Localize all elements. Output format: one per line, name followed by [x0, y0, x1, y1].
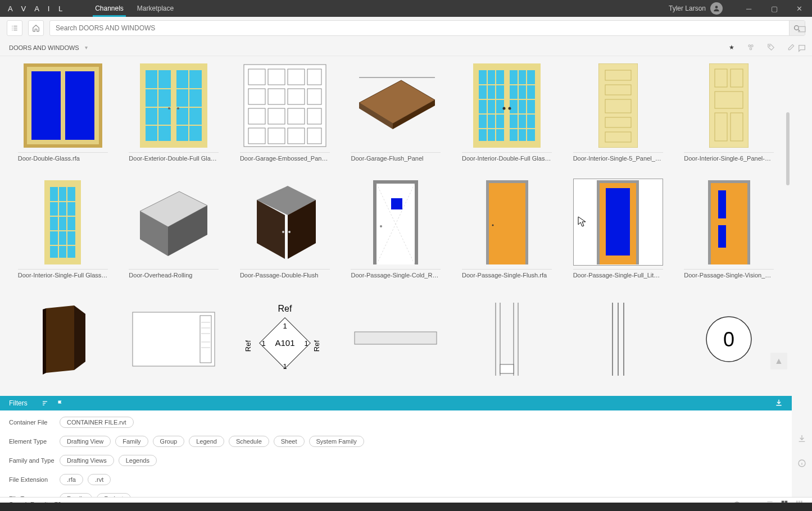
filter-pill[interactable]: Drafting View [60, 436, 111, 447]
info-icon[interactable] [796, 458, 808, 469]
maximize-button[interactable]: ▢ [761, 0, 787, 17]
grid-item[interactable]: 0 [676, 295, 782, 382]
filter-pills: Drafting ViewsLegends [60, 455, 157, 466]
filter-pill[interactable]: Drafting Views [60, 455, 114, 466]
filter-pill[interactable]: Family [60, 493, 92, 497]
grid-item[interactable]: Door-Garage-Flush_Panel [343, 62, 449, 162]
grid-item[interactable] [565, 295, 671, 382]
thumbnail [573, 295, 663, 382]
grid-item[interactable]: Door-Passage-Single-Flush.rfa [454, 179, 560, 279]
grid-item[interactable]: Door-Interior-Single-5_Panel_Vert-... [565, 62, 671, 162]
filter-pill[interactable]: Legend [189, 436, 224, 447]
grid-item[interactable]: Door-Passage-Double-Flush [232, 179, 338, 279]
grid-item[interactable]: Door-Interior-Single-6_Panel-Wood... [676, 62, 782, 162]
filter-pill[interactable]: Legends [119, 455, 157, 466]
grid-item[interactable]: Ref 1 A101 1 1 1 Ref Ref [232, 295, 338, 382]
svg-point-94 [380, 225, 382, 227]
tag-icon[interactable] [767, 43, 775, 52]
svg-point-4 [750, 48, 752, 50]
filter-pills: FamilyProject [60, 493, 131, 497]
filter-pill[interactable]: Group [153, 436, 185, 447]
chevron-down-icon[interactable]: ▾ [85, 44, 88, 51]
svg-point-89 [282, 231, 284, 233]
grid-item[interactable]: Door-Passage-Single-Cold_Room.rfa [343, 179, 449, 279]
svg-text:1: 1 [283, 362, 287, 371]
nav-channels[interactable]: Channels [88, 0, 130, 17]
grid-item[interactable]: Door-Interior-Double-Full Glass-W... [454, 62, 560, 162]
filters-flag-icon[interactable] [57, 400, 63, 407]
svg-text:Ref: Ref [244, 340, 252, 352]
svg-marker-42 [359, 80, 435, 124]
thumbnail [129, 179, 219, 266]
svg-marker-109 [43, 308, 46, 375]
filter-pill[interactable]: .rfa [60, 474, 83, 485]
svg-text:Ref: Ref [312, 340, 321, 352]
breadcrumb-title[interactable]: DOORS AND WINDOWS [9, 44, 79, 51]
filter-pill[interactable]: Schedule [229, 436, 269, 447]
star-icon[interactable]: ★ [729, 44, 734, 51]
svg-rect-48 [510, 70, 535, 141]
item-label: Door-Passage-Single-Vision_Two_Li... [684, 269, 774, 279]
thumbnail [462, 62, 552, 149]
filter-row: Family and TypeDrafting ViewsLegends [9, 453, 783, 468]
filter-pill[interactable]: Project [97, 493, 130, 497]
svg-rect-93 [391, 198, 402, 209]
svg-rect-63 [598, 63, 638, 148]
filter-pill[interactable]: .rvt [88, 474, 111, 485]
filters-header: Filters [0, 396, 792, 410]
list-toggle-button[interactable] [7, 20, 22, 36]
grid-item[interactable] [10, 295, 116, 382]
svg-text:0: 0 [723, 328, 734, 351]
filter-pill[interactable]: Sheet [274, 436, 305, 447]
filter-label: Family and Type [9, 457, 60, 464]
filter-pill[interactable]: CONTAINER FILE.rvt [60, 417, 134, 428]
filter-row: File TypeFamilyProject [9, 491, 783, 497]
thumbnail [18, 295, 108, 382]
home-button[interactable] [28, 20, 44, 36]
search-box [49, 20, 805, 36]
svg-rect-106 [718, 225, 726, 248]
panel-icon[interactable] [796, 24, 808, 35]
filter-pill[interactable]: System Family [309, 436, 364, 447]
grid-item[interactable]: Door-Interior-Single-Full Glass-Wo... [10, 179, 116, 279]
grid-item[interactable]: Door-Double-Glass.rfa [10, 62, 116, 162]
filter-pill[interactable]: Family [115, 436, 148, 447]
filters-sort-icon[interactable] [41, 400, 49, 407]
share-icon[interactable] [747, 43, 755, 52]
thumbnail [240, 62, 330, 149]
thumbnail [351, 179, 441, 266]
filters-title: Filters [9, 399, 28, 407]
svg-point-2 [749, 44, 751, 47]
download-icon[interactable] [796, 433, 808, 444]
grid-item[interactable]: Door-Exterior-Double-Full Glass-W... [121, 62, 227, 162]
grid-item[interactable] [343, 295, 449, 382]
window-controls: ─ ▢ ✕ [736, 0, 812, 17]
content-area: Door-Double-Glass.rfa Door-Exterior-Doub… [0, 56, 792, 396]
grid-item[interactable] [121, 295, 227, 382]
thumbnail [18, 179, 108, 266]
vertical-scrollbar[interactable] [786, 112, 790, 185]
grid-item[interactable]: Door-Passage-Single-Full_Lite.rfa [565, 179, 671, 279]
item-label: Door-Interior-Single-6_Panel-Wood... [684, 152, 774, 162]
grid-item[interactable]: Door-Garage-Embossed_Panel.rfa [232, 62, 338, 162]
svg-point-61 [503, 107, 506, 110]
item-label: Door-Interior-Single-Full Glass-Wo... [18, 269, 108, 279]
user-menu[interactable]: Tyler Larson [669, 2, 726, 15]
filter-label: File Extension [9, 476, 60, 483]
search-input[interactable] [50, 24, 789, 32]
svg-rect-76 [50, 187, 75, 258]
svg-rect-131 [500, 364, 514, 373]
item-label: Door-Passage-Single-Cold_Room.rfa [351, 269, 441, 279]
grid-item[interactable] [454, 295, 560, 382]
search-row [0, 17, 812, 39]
minimize-button[interactable]: ─ [736, 0, 761, 17]
item-label: Door-Overhead-Rolling [129, 269, 219, 279]
scroll-top-button[interactable]: ▲ [770, 353, 787, 369]
comment-icon[interactable] [796, 43, 808, 54]
nav-marketplace[interactable]: Marketplace [130, 0, 180, 17]
svg-rect-104 [711, 183, 747, 264]
close-button[interactable]: ✕ [787, 0, 812, 17]
grid-item[interactable]: Door-Passage-Single-Vision_Two_Li... [676, 179, 782, 279]
grid-item[interactable]: Door-Overhead-Rolling [121, 179, 227, 279]
filters-download-icon[interactable] [775, 399, 783, 408]
